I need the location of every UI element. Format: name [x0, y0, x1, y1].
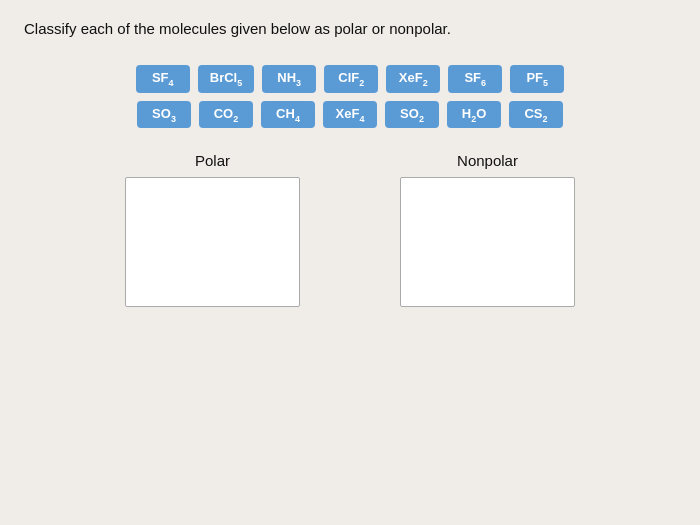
chip-sf4[interactable]: SF4	[136, 65, 190, 93]
nonpolar-drop-zone[interactable]	[400, 177, 575, 307]
nonpolar-label: Nonpolar	[457, 152, 518, 169]
molecule-row-2: SO3 CO2 CH4 XeF4 SO2 H2O CS2	[137, 101, 563, 129]
molecule-row-1: SF4 BrCl5 NH3 ClF2 XeF2 SF6 PF5	[136, 65, 564, 93]
chip-sf6[interactable]: SF6	[448, 65, 502, 93]
main-page: Classify each of the molecules given bel…	[0, 0, 700, 525]
chip-ch4[interactable]: CH4	[261, 101, 315, 129]
nonpolar-container: Nonpolar	[400, 152, 575, 307]
chip-h2o[interactable]: H2O	[447, 101, 501, 129]
molecules-area: SF4 BrCl5 NH3 ClF2 XeF2 SF6 PF5 SO3 CO2 …	[24, 65, 676, 128]
chip-cs2[interactable]: CS2	[509, 101, 563, 129]
instruction-text: Classify each of the molecules given bel…	[24, 20, 676, 37]
polar-drop-zone[interactable]	[125, 177, 300, 307]
polar-container: Polar	[125, 152, 300, 307]
chip-so3[interactable]: SO3	[137, 101, 191, 129]
chip-so2[interactable]: SO2	[385, 101, 439, 129]
chip-nh3[interactable]: NH3	[262, 65, 316, 93]
polar-label: Polar	[195, 152, 230, 169]
chip-xef4[interactable]: XeF4	[323, 101, 377, 129]
chip-xef2[interactable]: XeF2	[386, 65, 440, 93]
chip-co2[interactable]: CO2	[199, 101, 253, 129]
drop-zones-container: Polar Nonpolar	[24, 152, 676, 307]
chip-clf2[interactable]: ClF2	[324, 65, 378, 93]
chip-brcl5[interactable]: BrCl5	[198, 65, 254, 93]
chip-pf5[interactable]: PF5	[510, 65, 564, 93]
